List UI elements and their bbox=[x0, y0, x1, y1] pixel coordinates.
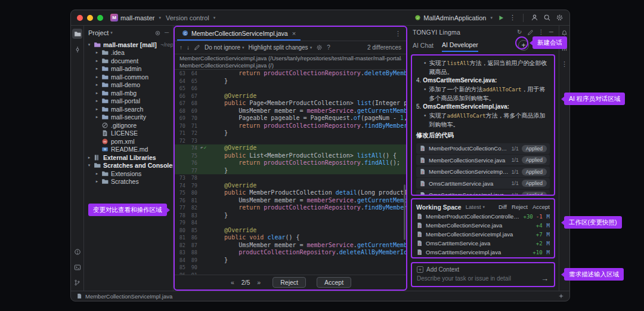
help-icon[interactable]: ? bbox=[327, 45, 330, 51]
more-tools-icon[interactable]: ⋮ bbox=[561, 61, 568, 67]
previous-change-icon[interactable]: ↑ bbox=[179, 44, 182, 51]
code-text: Pageable pageable = PageRequest.of(pageN… bbox=[208, 115, 406, 122]
accept-button[interactable]: Accept bbox=[317, 277, 351, 288]
settings-icon[interactable] bbox=[556, 14, 564, 21]
vcs-tool-icon[interactable] bbox=[72, 278, 82, 288]
more-icon[interactable]: ⋮ bbox=[392, 30, 404, 38]
module-icon bbox=[101, 90, 109, 97]
project-panel-header[interactable]: Project ▾ ─ bbox=[84, 26, 173, 40]
tree-item-external-libraries[interactable]: ▸External Libraries bbox=[84, 153, 173, 162]
send-icon[interactable]: → bbox=[541, 274, 549, 283]
previous-diff-button[interactable]: « bbox=[230, 279, 236, 286]
tab-ai-chat[interactable]: AI Chat bbox=[413, 39, 434, 52]
workspace-file-row[interactable]: JMemberProductCollectionController.java+… bbox=[416, 212, 550, 221]
applied-file-row[interactable]: JMemberCollectionService.java1/1Applied bbox=[416, 155, 550, 165]
more-vertical-icon[interactable]: ⋮ bbox=[538, 29, 544, 35]
code-line: 7883 } bbox=[175, 212, 406, 220]
edit-source-icon[interactable] bbox=[194, 44, 200, 51]
accept-all-button[interactable]: Accept bbox=[532, 204, 550, 210]
zoom-window-button[interactable] bbox=[97, 15, 103, 21]
inline-code: addAllToCart bbox=[447, 113, 486, 119]
commit-tool-icon[interactable] bbox=[72, 44, 82, 54]
tree-item-mall-search[interactable]: ▸mall-search bbox=[84, 105, 173, 113]
run-button[interactable] bbox=[497, 14, 504, 21]
minimize-window-button[interactable] bbox=[87, 15, 93, 21]
revert-change-icon[interactable]: ↶ bbox=[200, 144, 203, 152]
tree-item-pom-xml[interactable]: mpom.xml bbox=[84, 137, 173, 146]
close-window-button[interactable] bbox=[77, 15, 83, 21]
minimize-panel-icon[interactable]: ─ bbox=[549, 29, 553, 35]
problems-tool-icon[interactable] bbox=[72, 247, 82, 257]
applied-file-row[interactable]: JMemberProductCollectionController.java1… bbox=[416, 143, 550, 154]
gutter-actions bbox=[199, 152, 208, 160]
workspace-file-row[interactable]: JOmsCartItemService.java+2M bbox=[416, 239, 550, 248]
run-config-widget[interactable]: MallAdminApplication ▾ bbox=[414, 14, 493, 21]
task-input[interactable]: Describe your task or issue in detail bbox=[417, 275, 549, 282]
close-tab-icon[interactable]: × bbox=[292, 30, 296, 37]
new-line-number: 69 bbox=[187, 107, 199, 115]
tree-item-gitignore[interactable]: .gitignore bbox=[84, 121, 173, 130]
tree-item-mall-mbg[interactable]: ▸mall-mbg bbox=[84, 89, 173, 97]
applied-badge: Applied bbox=[522, 192, 547, 196]
tree-item-license[interactable]: LICENSE bbox=[84, 130, 173, 138]
accept-change-icon[interactable]: ✓ bbox=[204, 144, 207, 152]
inline-code: addAllToCart bbox=[483, 87, 522, 93]
history-icon[interactable]: ↻ bbox=[517, 29, 522, 35]
next-diff-button[interactable]: » bbox=[256, 279, 262, 286]
code-text bbox=[208, 174, 210, 182]
workspace-file-row[interactable]: JMemberCollectionServiceImpl.java+7M bbox=[416, 230, 550, 239]
tree-item-document[interactable]: ▸document bbox=[84, 57, 173, 65]
notifications-icon[interactable] bbox=[561, 30, 568, 36]
project-tool-icon[interactable] bbox=[72, 29, 82, 39]
svg-text:J: J bbox=[419, 215, 420, 219]
tree-item-mall-security[interactable]: ▸mall-security bbox=[84, 113, 173, 122]
tree-item-mall-master-mall[interactable]: ▾mall-master [mall]~/repositories bbox=[84, 41, 173, 49]
workspace-file-row[interactable]: JOmsCartItemServiceImpl.java+10M bbox=[416, 248, 550, 257]
new-line-number: 64 bbox=[187, 70, 199, 78]
highlight-mode-dropdown[interactable]: Highlight split changes ▾ bbox=[249, 44, 312, 51]
scrollbar-thumb[interactable] bbox=[404, 184, 405, 240]
tree-item-mall-portal[interactable]: ▸mall-portal bbox=[84, 97, 173, 106]
new-chat-icon[interactable] bbox=[527, 29, 534, 36]
workspace-file-row[interactable]: JMemberCollectionService.java+4M bbox=[416, 221, 550, 230]
status-file-breadcrumb[interactable]: MemberCollectionServiceImpl.java bbox=[85, 293, 172, 300]
tree-item-mall-admin[interactable]: ▸mall-admin bbox=[84, 65, 173, 73]
locate-file-icon[interactable] bbox=[154, 30, 161, 36]
tree-item-readme-md[interactable]: MREADME.md bbox=[84, 146, 173, 154]
tree-item-mall-demo[interactable]: ▸mall-demo bbox=[84, 81, 173, 90]
next-change-icon[interactable]: ↓ bbox=[187, 44, 190, 51]
terminal-tool-icon[interactable] bbox=[72, 262, 82, 272]
gutter-actions bbox=[199, 174, 208, 182]
code-text: public Page<MemberProductCollection> lis… bbox=[208, 100, 406, 107]
diff-all-button[interactable]: Diff bbox=[499, 204, 507, 210]
tab-ai-developer[interactable]: AI Developer bbox=[442, 39, 478, 52]
tree-item-scratches[interactable]: ▸Scratches bbox=[84, 178, 173, 186]
more-vertical-icon[interactable]: ⋮ bbox=[509, 14, 516, 21]
reject-button[interactable]: Reject bbox=[273, 277, 306, 288]
vcs-widget[interactable]: Version control ▾ bbox=[166, 14, 215, 21]
ignore-policy-dropdown[interactable]: Do not ignore ▾ bbox=[205, 44, 244, 51]
diff-settings-icon[interactable] bbox=[316, 44, 323, 51]
editor-tab[interactable]: C MemberCollectionServiceImpl.java × bbox=[177, 27, 301, 41]
applied-file-row[interactable]: JMemberCollectionServiceImpl.java1/1Appl… bbox=[416, 167, 550, 177]
code-line: 7984 bbox=[175, 219, 406, 227]
code-editor[interactable]: 6364 return productCollectionRepository.… bbox=[175, 70, 406, 275]
tree-item-idea[interactable]: ▸.idea bbox=[84, 49, 173, 57]
tree-item-mall-common[interactable]: ▸mall-common bbox=[84, 73, 173, 81]
applied-file-row[interactable]: JOmsCartItemServiceImpl.java1/1Applied bbox=[416, 190, 550, 196]
chat-text: 添加了一个新的方法addAllToCart，用于将多个商品添加到购物车。 bbox=[429, 85, 550, 102]
search-icon[interactable] bbox=[543, 14, 551, 21]
hide-panel-icon[interactable]: ─ bbox=[165, 30, 169, 36]
ai-sparkle-icon[interactable] bbox=[558, 293, 564, 299]
lines-added: +7 bbox=[536, 232, 543, 238]
new-line-number: 83 bbox=[187, 212, 199, 220]
version-filter-dropdown[interactable]: Latest ▾ bbox=[466, 204, 485, 210]
applied-file-row[interactable]: JOmsCartItemService.java1/1Applied bbox=[416, 178, 550, 189]
add-context-button[interactable]: + Add Context bbox=[417, 266, 549, 273]
project-widget[interactable]: M mall-master ▾ bbox=[110, 14, 161, 21]
tree-item-scratches-and-consoles[interactable]: ▾Scratches and Consoles bbox=[84, 162, 173, 170]
user-icon[interactable] bbox=[531, 14, 538, 21]
tree-item-extensions[interactable]: ▸Extensions bbox=[84, 170, 173, 178]
reject-all-button[interactable]: Reject bbox=[512, 204, 528, 210]
modified-flag: M bbox=[547, 241, 550, 247]
